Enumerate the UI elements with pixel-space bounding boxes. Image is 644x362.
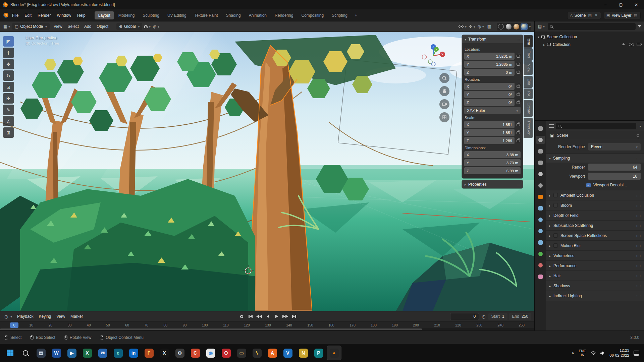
taskbar-app-icon[interactable]: F — [142, 346, 156, 360]
render-section-row[interactable]: Hair — [546, 270, 644, 281]
start-frame-field[interactable]: Start 1 — [488, 313, 507, 320]
render-engine-dropdown[interactable]: Eevee — [588, 143, 641, 150]
lock-icon[interactable] — [516, 63, 521, 66]
menu-item[interactable]: Edit — [21, 12, 35, 19]
camera-view-icon[interactable] — [439, 99, 449, 109]
rotation-mode-dropdown[interactable]: XYZ Euler — [464, 107, 521, 114]
viewport-3d-scene[interactable] — [0, 21, 534, 311]
workspace-tab[interactable]: UV Editing — [164, 11, 190, 19]
add-workspace-button[interactable]: + — [352, 12, 360, 19]
menu-item[interactable]: Window — [54, 12, 74, 19]
scene-collection-row[interactable]: Scene Collection — [535, 33, 643, 41]
menu-item[interactable]: Help — [74, 12, 89, 19]
material-shading-button[interactable] — [513, 23, 520, 30]
properties-tab[interactable] — [536, 273, 545, 281]
current-frame-field[interactable]: 0 — [450, 313, 479, 320]
properties-editor-type-icon[interactable] — [549, 124, 554, 128]
taskbar-app-icon[interactable]: C — [188, 346, 203, 360]
location-field[interactable]: Z0 m — [464, 69, 515, 76]
taskbar-app-icon[interactable]: ● — [327, 346, 341, 360]
viewport-menu-item[interactable]: Object — [94, 23, 111, 30]
show-gizmo-icon[interactable]: ✛ — [468, 23, 476, 30]
next-keyframe-button[interactable] — [282, 313, 289, 320]
properties-tab[interactable] — [536, 181, 545, 189]
lock-icon[interactable] — [516, 101, 521, 104]
zoom-icon[interactable] — [439, 73, 449, 83]
n-panel-tab[interactable]: Edit — [524, 76, 533, 88]
workspace-tab[interactable]: Layout — [95, 11, 114, 19]
hide-toggle-icon[interactable] — [629, 43, 634, 46]
scale-field[interactable]: Y1.851 — [464, 129, 515, 136]
use-preview-range-icon[interactable]: ◷ — [481, 314, 486, 319]
filter-icon[interactable] — [638, 25, 641, 29]
render-section-row[interactable]: Ambient Occlusion — [546, 190, 644, 200]
outliner-search-input[interactable] — [548, 23, 636, 30]
timeline-menu-item[interactable]: Keying — [36, 313, 54, 320]
viewport-menu-item[interactable]: Add — [82, 23, 94, 30]
location-field[interactable]: X1.5201 m — [464, 53, 515, 60]
pan-hand-icon[interactable] — [439, 86, 449, 96]
transform-orientation-dropdown[interactable]: ⊕ Global — [116, 23, 142, 30]
hidden-icons-chevron[interactable]: ∧ — [572, 351, 575, 355]
taskbar-app-icon[interactable]: ◉ — [203, 346, 218, 360]
render-section-row[interactable]: Volumetrics — [546, 250, 644, 260]
scale-field[interactable]: X1.851 — [464, 121, 515, 128]
workspace-tab[interactable]: Texture Paint — [191, 11, 222, 19]
dimensions-field[interactable]: Y3.73 m — [464, 159, 521, 166]
menu-item[interactable]: File — [9, 12, 21, 19]
drag-dots-icon[interactable] — [516, 37, 520, 42]
scene-selector[interactable]: △ Scene ▤ ✕ — [567, 12, 601, 19]
taskbar-app-icon[interactable]: W — [49, 346, 64, 360]
render-section-row[interactable]: Subsurface Scattering — [546, 220, 644, 230]
timeline-menu-item[interactable]: Marker — [68, 313, 86, 320]
perspective-toggle-icon[interactable] — [439, 112, 449, 122]
tool-button[interactable]: ✠ — [3, 93, 14, 104]
menu-item[interactable]: Render — [35, 12, 54, 19]
tool-button[interactable]: ✎ — [3, 105, 14, 115]
show-overlays-icon[interactable]: ◎ — [477, 23, 484, 30]
properties-tab[interactable] — [536, 124, 545, 132]
end-frame-field[interactable]: End 250 — [509, 313, 531, 320]
rotation-field[interactable]: Z0° — [464, 99, 515, 106]
scale-field[interactable]: Z1.289 — [464, 137, 515, 144]
pin-icon[interactable] — [637, 134, 639, 137]
tool-button[interactable]: ✥ — [3, 59, 14, 69]
lock-icon[interactable] — [516, 85, 521, 88]
rendered-shading-button[interactable] — [521, 23, 528, 30]
n-panel-tab[interactable]: RA — [524, 88, 533, 99]
language-indicator[interactable]: ENG IN — [579, 349, 586, 357]
auto-keying-button[interactable] — [238, 313, 246, 320]
jump-to-start-button[interactable] — [247, 313, 254, 320]
taskbar-app-icon[interactable]: ▶ — [64, 346, 79, 360]
viewport-menu-item[interactable]: View — [51, 23, 65, 30]
dimensions-field[interactable]: Z6.99 m — [464, 167, 521, 174]
lock-icon[interactable] — [516, 131, 521, 134]
start-button[interactable] — [3, 346, 17, 360]
maximize-button[interactable]: ▢ — [613, 0, 629, 9]
options-icon[interactable] — [639, 124, 641, 128]
location-field[interactable]: Y-1.2685 m — [464, 61, 515, 68]
taskbar-app-icon[interactable]: ϟ — [250, 346, 264, 360]
timeline-ruler[interactable]: 0102030405060708090100110120130140150160… — [0, 321, 534, 330]
workspace-tab[interactable]: Compositing — [298, 11, 327, 19]
volume-icon[interactable] — [600, 351, 605, 355]
timeline-menu-item[interactable]: View — [54, 313, 68, 320]
xray-toggle-icon[interactable]: ▥ — [485, 23, 493, 30]
delete-scene-icon[interactable]: ✕ — [594, 13, 598, 17]
properties-tab[interactable] — [536, 250, 545, 258]
render-section-row[interactable]: Indirect Lighting — [546, 291, 644, 301]
taskbar-search-button[interactable] — [18, 346, 33, 360]
properties-tab[interactable] — [536, 159, 545, 167]
lock-icon[interactable] — [516, 71, 521, 74]
shading-options-icon[interactable] — [528, 24, 531, 29]
taskbar-app-icon[interactable]: ⚙ — [172, 346, 187, 360]
properties-tab[interactable] — [536, 204, 545, 212]
taskbar-app-icon[interactable]: ✉ — [95, 346, 110, 360]
properties-collapsed-panel[interactable]: Properties — [462, 180, 523, 188]
new-scene-icon[interactable]: ▤ — [587, 13, 592, 17]
render-section-row[interactable]: Shadows — [546, 281, 644, 291]
timeline-editor-type-icon[interactable]: ◷ — [3, 313, 13, 320]
editor-type-icon[interactable]: ▦ — [3, 23, 11, 30]
new-view-layer-icon[interactable]: ▤ — [633, 13, 638, 17]
sampling-panel-header[interactable]: Sampling — [546, 154, 644, 163]
